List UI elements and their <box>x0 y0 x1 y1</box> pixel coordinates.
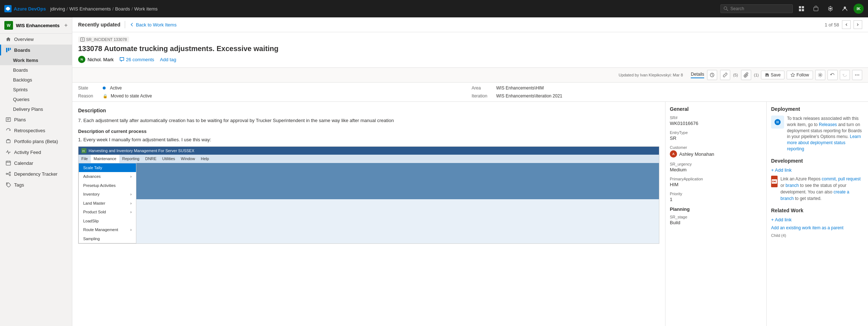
menu-maintenance[interactable]: Maintenance <box>91 155 119 163</box>
reason-field: Reason 🔒 Moved to state Active <box>78 93 469 99</box>
breadcrumb-item-2[interactable]: WIS Enhancements <box>69 6 111 12</box>
tab-details[interactable]: Details <box>691 72 704 78</box>
svg-point-31 <box>855 75 856 76</box>
sidebar-item-work-items[interactable]: Work Items <box>0 55 72 65</box>
commit-link[interactable]: commit <box>822 176 836 181</box>
breadcrumb-item-1[interactable]: jdirving <box>50 6 65 12</box>
svg-text:H: H <box>82 149 85 152</box>
sidebar-item-retrospectives[interactable]: Retrospectives <box>0 125 72 136</box>
branch-link[interactable]: branch <box>786 183 799 188</box>
sidebar-item-overview[interactable]: Overview <box>0 34 72 45</box>
history-button[interactable] <box>707 70 717 80</box>
breadcrumb-item-3[interactable]: Boards <box>115 6 130 12</box>
menu-file[interactable]: File <box>78 155 91 163</box>
dropdown-item-product-sold[interactable]: Product Sold › <box>79 208 136 217</box>
dropdown-item-advances[interactable]: Advances › <box>79 172 136 181</box>
releases-link[interactable]: Releases <box>819 122 837 127</box>
right-column: Deployment To track releases associated … <box>767 102 868 326</box>
dropdown-item-scale-tally[interactable]: Scale Tally <box>79 163 136 172</box>
svg-rect-10 <box>8 48 9 51</box>
portfolio-icon <box>5 138 11 144</box>
dropdown-menu: Scale Tally Advances › Presetup Activiti… <box>78 163 136 244</box>
menu-reporting[interactable]: Reporting <box>119 155 142 163</box>
sidebar-item-plans[interactable]: Plans <box>0 114 72 125</box>
general-column: General SR# WK01016676 EntryType SR Cust… <box>665 102 767 326</box>
svg-point-30 <box>820 74 821 76</box>
description-column: Description 7. Each adjustment tally aft… <box>72 102 665 326</box>
add-tag-button[interactable]: Add tag <box>160 57 176 62</box>
menu-dnre[interactable]: DNRE <box>142 155 159 163</box>
sidebar-item-activity-feed[interactable]: Activity Feed <box>0 147 72 158</box>
related-work-section: Related Work + Add link Add an existing … <box>771 208 864 238</box>
comments-link[interactable]: 26 comments <box>119 57 154 62</box>
project-icon: W <box>4 21 13 30</box>
dropdown-item-inventory[interactable]: Inventory › <box>79 190 136 199</box>
search-box[interactable] <box>720 4 793 13</box>
more-button[interactable] <box>852 70 862 80</box>
create-branch-link[interactable]: create a branch <box>780 189 849 201</box>
primary-app-field: PrimaryApplication HIM <box>670 177 762 187</box>
back-icon <box>129 22 135 27</box>
sidebar-item-backlogs[interactable]: Backlogs <box>0 75 72 85</box>
learn-more-link[interactable]: Learn more about deployment status repor… <box>787 134 861 151</box>
search-input[interactable] <box>731 6 790 11</box>
sidebar-item-portfolio-plans[interactable]: Portfolio plans (Beta) <box>0 136 72 147</box>
sidebar-header: W WIS Enhancements + <box>0 17 72 34</box>
settings-icon[interactable] <box>825 3 836 14</box>
dropdown-item-presetup[interactable]: Presetup Activities <box>79 181 136 190</box>
save-button[interactable]: Save <box>761 71 784 79</box>
sidebar-item-calendar[interactable]: Calendar <box>0 158 72 168</box>
boards-icon <box>5 47 11 53</box>
page-prev-button[interactable] <box>842 20 851 29</box>
dependency-icon <box>5 171 11 177</box>
svg-point-22 <box>9 175 11 176</box>
follow-icon <box>791 73 795 77</box>
desc-process-text: 1. Every week I manually form adjustment… <box>78 136 659 143</box>
links-count: (5) <box>733 73 738 77</box>
breadcrumb-item-4[interactable]: Work items <box>134 6 158 12</box>
development-section: Development + Add link Link an Azure Rep… <box>771 158 864 202</box>
undo-button[interactable] <box>840 70 850 80</box>
workitem-title: 133078 Automate trucking adjustments. Ex… <box>78 45 862 53</box>
links-button[interactable] <box>720 70 730 80</box>
menu-window[interactable]: Window <box>178 155 198 163</box>
dropdown-item-route-mgmt[interactable]: Route Management › <box>79 225 136 234</box>
dev-add-link-button[interactable]: + Add link <box>771 167 864 173</box>
app-header: H Harvesting and Inventory Management Fo… <box>78 147 659 155</box>
user-icon[interactable] <box>839 3 851 14</box>
menu-help[interactable]: Help <box>198 155 212 163</box>
search-icon <box>724 6 728 11</box>
dropdown-item-sampling[interactable]: Sampling <box>79 234 136 243</box>
grid-view-icon[interactable] <box>796 3 807 14</box>
attachments-button[interactable] <box>741 70 751 80</box>
sidebar-item-tags[interactable]: Tags <box>0 179 72 190</box>
settings-gear-button[interactable] <box>815 70 825 80</box>
follow-button[interactable]: Follow <box>787 71 813 79</box>
sidebar-item-boards-sub[interactable]: Boards <box>0 65 72 75</box>
svg-point-33 <box>858 75 859 76</box>
svg-point-21 <box>9 172 11 174</box>
refresh-button[interactable] <box>827 70 838 80</box>
sidebar-item-boards[interactable]: Boards <box>0 45 72 55</box>
add-project-button[interactable]: + <box>64 22 68 29</box>
sr-urgency-field: SR_urgency Medium <box>670 162 762 172</box>
customer-field: Customer A Ashley Monahan <box>670 145 762 158</box>
sidebar-item-dependency-tracker[interactable]: Dependency Tracker <box>0 168 72 179</box>
sidebar-item-delivery-plans[interactable]: Delivery Plans <box>0 104 72 114</box>
dropdown-item-land-master[interactable]: Land Master › <box>79 199 136 208</box>
user-avatar[interactable]: IK <box>854 4 864 14</box>
comments-icon <box>119 57 124 62</box>
shopping-bag-icon[interactable] <box>810 3 822 14</box>
menu-utilities[interactable]: Utilities <box>159 155 178 163</box>
add-existing-parent-link[interactable]: Add an existing work item as a parent <box>771 225 864 230</box>
svg-line-1 <box>727 9 728 11</box>
sidebar-item-sprints[interactable]: Sprints <box>0 85 72 95</box>
pr-link[interactable]: pull request <box>838 176 860 181</box>
dropdown-item-loadslip[interactable]: LoadSlip <box>79 217 136 226</box>
sidebar-item-queries[interactable]: Queries <box>0 95 72 104</box>
app-logo[interactable]: Azure DevOps <box>4 5 46 12</box>
svg-point-20 <box>6 173 8 175</box>
related-add-link-button[interactable]: + Add link <box>771 217 864 222</box>
page-next-button[interactable] <box>854 20 862 29</box>
back-to-workitems-button[interactable]: Back to Work Items <box>129 22 176 28</box>
